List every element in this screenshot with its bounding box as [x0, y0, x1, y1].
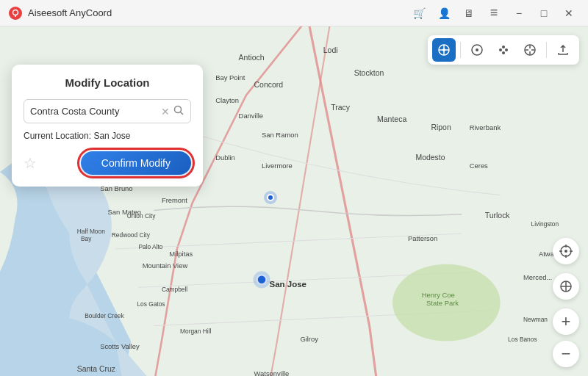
- svg-point-58: [476, 48, 478, 51]
- close-button[interactable]: ✕: [559, 3, 579, 24]
- search-icon-button[interactable]: [173, 104, 184, 118]
- svg-point-69: [564, 250, 567, 253]
- toolbar-separator: [460, 42, 461, 58]
- svg-text:Riverbank: Riverbank: [470, 123, 501, 131]
- teleport-tool-button[interactable]: [432, 38, 456, 62]
- svg-text:Boulder Creek: Boulder Creek: [85, 312, 124, 319]
- svg-text:Ceres: Ceres: [470, 162, 488, 170]
- map-container[interactable]: Henry Coe State Park Lodi Antioch Bay Po…: [0, 26, 588, 376]
- svg-text:Livingston: Livingston: [531, 220, 559, 228]
- zoom-in-button[interactable]: +: [553, 308, 579, 335]
- app-icon: [9, 7, 22, 20]
- svg-text:Redwood City: Redwood City: [112, 231, 151, 239]
- svg-text:Turlock: Turlock: [485, 212, 511, 220]
- svg-text:Stockton: Stockton: [354, 69, 384, 77]
- zoom-out-button[interactable]: −: [553, 341, 579, 367]
- pin-inner-dot: [267, 194, 274, 201]
- current-location-value: San Jose: [93, 131, 130, 141]
- svg-point-77: [175, 106, 182, 113]
- svg-point-42: [254, 271, 270, 288]
- svg-text:Campbell: Campbell: [162, 286, 187, 293]
- pin-outer-ring: [264, 191, 277, 204]
- svg-text:Bay: Bay: [81, 235, 92, 242]
- svg-text:San Jose: San Jose: [269, 280, 306, 289]
- menu-button[interactable]: ≡: [484, 3, 504, 24]
- svg-point-61: [502, 46, 505, 48]
- svg-text:Danville: Danville: [239, 112, 263, 120]
- svg-text:Morgan Hill: Morgan Hill: [180, 328, 211, 335]
- current-location-label: Current Location:: [24, 131, 91, 141]
- svg-point-56: [442, 48, 445, 51]
- svg-text:Patterson: Patterson: [408, 234, 437, 242]
- svg-text:Fremont: Fremont: [162, 196, 187, 204]
- svg-text:Modesto: Modesto: [415, 154, 445, 162]
- titlebar: Aiseesoft AnyCoord 🛒 👤 🖥 ≡ − □ ✕: [0, 0, 588, 26]
- svg-text:Milpitas: Milpitas: [169, 250, 193, 258]
- svg-text:Half Moon: Half Moon: [77, 228, 105, 235]
- multi-spot-button[interactable]: [492, 38, 515, 62]
- svg-text:Livermore: Livermore: [262, 162, 293, 170]
- svg-text:Bay Point: Bay Point: [215, 73, 245, 82]
- svg-point-60: [505, 48, 508, 51]
- monitor-button[interactable]: 🖥: [459, 3, 479, 24]
- svg-point-62: [502, 51, 505, 54]
- favorite-button[interactable]: ☆: [24, 154, 37, 172]
- svg-text:Gilroy: Gilroy: [300, 335, 318, 343]
- maximize-button[interactable]: □: [534, 3, 554, 24]
- svg-line-78: [181, 112, 184, 115]
- app-title: Aiseesoft AnyCoord: [28, 7, 409, 18]
- svg-text:Lodi: Lodi: [323, 46, 338, 54]
- search-clear-button[interactable]: ✕: [161, 106, 170, 118]
- svg-text:Union City: Union City: [127, 212, 156, 220]
- search-bar: ✕: [24, 99, 191, 123]
- modify-location-panel: Modify Location ✕ Current Location: San …: [12, 65, 203, 187]
- current-location-display: Current Location: San Jose: [24, 131, 191, 141]
- confirm-modify-button[interactable]: Confirm Modify: [81, 151, 191, 175]
- svg-text:Concord: Concord: [254, 81, 284, 89]
- svg-text:Henry Coe: Henry Coe: [422, 291, 455, 299]
- panel-actions: ☆ Confirm Modify: [24, 151, 191, 175]
- export-button[interactable]: [551, 38, 575, 62]
- svg-text:Los Banos: Los Banos: [508, 336, 537, 343]
- svg-text:Los Gatos: Los Gatos: [137, 300, 165, 308]
- single-spot-button[interactable]: [465, 38, 489, 62]
- svg-text:Dublin: Dublin: [215, 154, 235, 162]
- svg-text:Merced...: Merced...: [523, 273, 552, 281]
- map-toolbar: [428, 35, 579, 65]
- svg-text:Scotts Valley: Scotts Valley: [100, 342, 140, 350]
- location-search-input[interactable]: [30, 106, 161, 117]
- toolbar-separator-2: [546, 42, 547, 58]
- svg-text:Antioch: Antioch: [239, 54, 265, 62]
- location-crosshair-button[interactable]: [553, 238, 579, 264]
- svg-text:San Ramon: San Ramon: [262, 131, 298, 139]
- window-controls: 🛒 👤 🖥 ≡ − □ ✕: [409, 3, 579, 24]
- svg-text:Mountain View: Mountain View: [143, 261, 188, 270]
- map-zoom-controls: + −: [553, 238, 579, 367]
- joystick-button[interactable]: [518, 38, 542, 62]
- svg-text:Clayton: Clayton: [215, 96, 239, 104]
- svg-text:Newman: Newman: [523, 316, 548, 323]
- minimize-button[interactable]: −: [509, 3, 529, 24]
- svg-text:State Park: State Park: [426, 299, 459, 307]
- cart-button[interactable]: 🛒: [409, 3, 429, 24]
- svg-text:Ripon: Ripon: [431, 123, 451, 131]
- location-pin: [264, 191, 277, 204]
- svg-text:Santa Cruz: Santa Cruz: [77, 365, 115, 373]
- svg-text:Manteca: Manteca: [377, 115, 406, 123]
- svg-text:Tracy: Tracy: [331, 104, 351, 112]
- profile-button[interactable]: 👤: [434, 3, 454, 24]
- panel-title: Modify Location: [24, 76, 191, 89]
- svg-point-59: [499, 48, 502, 51]
- svg-point-0: [13, 10, 18, 15]
- target-button[interactable]: [553, 273, 579, 300]
- svg-text:Watsonville: Watsonville: [254, 369, 290, 376]
- svg-text:Palo Alto: Palo Alto: [138, 243, 162, 250]
